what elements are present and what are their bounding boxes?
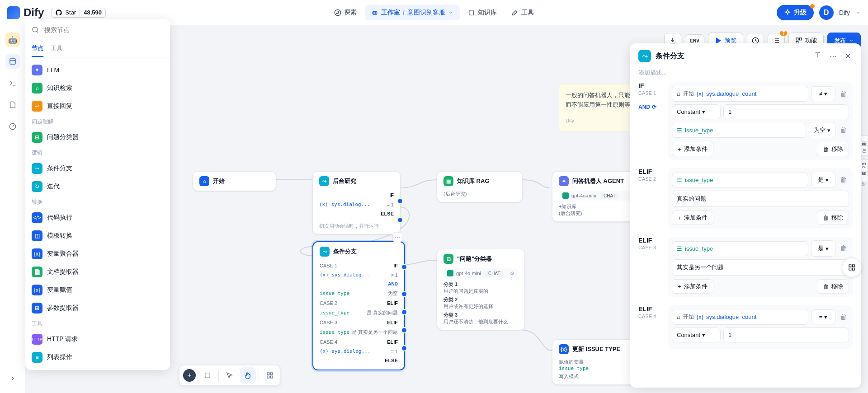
cond-var[interactable]: ⌂开始{x}sys.dialogue_count	[672, 86, 808, 102]
node-palette: 节点 工具 ✦LLM ⌕知识检索 ↩直接回复 问题理解 ⊟问题分类器 逻辑 ⤳条…	[25, 19, 170, 370]
node-aggregate[interactable]: {x}变量聚合器	[25, 245, 170, 263]
node-search-input[interactable]	[32, 23, 164, 36]
cond-var[interactable]: ☰issue_type	[672, 173, 808, 187]
svg-rect-20	[267, 376, 269, 378]
node-if[interactable]: ⤳条件分支	[25, 159, 170, 178]
delete-cond[interactable]: 🗑	[838, 313, 849, 321]
cond-value-input[interactable]: 1	[723, 104, 849, 119]
nav-knowledge[interactable]: 知识库	[462, 5, 503, 20]
organize-float-button[interactable]	[842, 257, 862, 277]
app-icon[interactable]: 🤖	[5, 33, 20, 47]
remove-case-button[interactable]: 🗑 移除	[817, 279, 849, 294]
delete-cond[interactable]: 🗑	[838, 176, 849, 184]
port[interactable]	[401, 309, 407, 315]
node-question-classifier[interactable]: ⊟"问题"分类器 gpt-4o-miniCHAT⚙ 分类 1 用户的问题是真实的…	[437, 249, 525, 330]
node-template[interactable]: ◫模板转换	[25, 227, 170, 245]
hand-tool[interactable]	[240, 367, 256, 384]
node-knowledge[interactable]: ⌕知识检索	[25, 79, 170, 97]
breadcrumb-app[interactable]: 意图识别客服	[407, 9, 445, 17]
assign-icon: {x}	[559, 344, 569, 354]
node-knowledge-rag[interactable]: ▤知识库 RAG (后台研究)	[437, 171, 523, 202]
add-condition-button[interactable]: + 添加条件	[672, 279, 713, 294]
cond-op[interactable]: 为空 ▾	[809, 122, 835, 138]
add-condition-button[interactable]: + 添加条件	[672, 142, 713, 156]
node-assign[interactable]: {x}变量赋值	[25, 281, 170, 299]
delete-cond[interactable]: 🗑	[838, 244, 849, 253]
chevron-down-icon	[849, 38, 854, 43]
and-toggle[interactable]: AND ⟳	[638, 104, 663, 110]
nav-studio[interactable]: 工作室 / 意图识别客服	[365, 5, 460, 20]
pointer-tool[interactable]	[222, 367, 238, 384]
node-research[interactable]: ⤳后台研究 IF (x) sys.dialog...= 1 ELSE 初次启动会…	[312, 171, 401, 234]
gear-icon[interactable]: ⚙	[510, 271, 514, 276]
node-classifier[interactable]: ⊟问题分类器	[25, 128, 170, 146]
upgrade-button[interactable]: 升级	[777, 5, 814, 20]
cond-var[interactable]: ☰issue_type	[672, 241, 808, 256]
description-input[interactable]: 添加描述...	[630, 69, 861, 82]
nav-tools[interactable]: 工具	[505, 5, 540, 20]
remove-case-button[interactable]: 🗑 移除	[817, 211, 849, 225]
node-http[interactable]: HTTPHTTP 请求	[25, 330, 170, 348]
cond-var[interactable]: ⌂开始{x}sys.dialogue_count	[672, 309, 808, 325]
more-button[interactable]: ⋯	[828, 50, 839, 62]
cond-value-input[interactable]: 1	[723, 328, 849, 342]
user-name[interactable]: Dify	[839, 9, 850, 16]
cond-op[interactable]: = ▾	[811, 309, 835, 324]
port[interactable]	[397, 217, 403, 223]
node-condition-branch[interactable]: ⋯ ⤳条件分支 CASE 1IF (x) sys.dialog...≠ 1 AN…	[312, 241, 405, 370]
port[interactable]	[397, 198, 403, 204]
port[interactable]	[401, 327, 407, 333]
node-start[interactable]: ⌂开始	[193, 171, 276, 191]
node-param[interactable]: ⊞参数提取器	[25, 299, 170, 317]
checklist-badge: 7	[780, 31, 787, 36]
cond-value-type[interactable]: Constant ▾	[672, 104, 721, 119]
delete-cond[interactable]: 🗑	[838, 90, 849, 98]
note-tool[interactable]	[199, 367, 216, 384]
node-reply[interactable]: ↩直接回复	[25, 97, 170, 115]
aggregate-icon: {x}	[32, 248, 42, 259]
node-llm[interactable]: ✦LLM	[25, 61, 170, 79]
nav-explore[interactable]: 探索	[328, 5, 363, 20]
avatar[interactable]: D	[819, 5, 834, 20]
layout-tool[interactable]	[262, 367, 278, 384]
cond-value-input[interactable]: 其实是另一个问题	[672, 259, 849, 276]
logo[interactable]: Dify	[7, 6, 44, 19]
cond-op[interactable]: 是 ▾	[811, 240, 835, 257]
sidebar-monitor[interactable]	[5, 119, 20, 134]
node-code[interactable]: </>代码执行	[25, 209, 170, 227]
port[interactable]	[401, 264, 407, 270]
organize-icon	[266, 372, 274, 379]
add-condition-button[interactable]: + 添加条件	[672, 211, 713, 225]
cond-var[interactable]: ☰issue_type	[672, 123, 806, 138]
delete-cond[interactable]: 🗑	[838, 126, 849, 134]
node-list[interactable]: ≡列表操作	[25, 348, 170, 366]
port[interactable]	[401, 345, 407, 351]
port[interactable]	[401, 291, 407, 297]
sidebar-workflow[interactable]	[5, 54, 20, 69]
palette-list: ✦LLM ⌕知识检索 ↩直接回复 问题理解 ⊟问题分类器 逻辑 ⤳条件分支 ↻迭…	[25, 57, 170, 370]
node-update-issue[interactable]: {x}更新 ISSUE TYPE 赋值的变量 issue_type 写入模式	[552, 339, 642, 385]
cond-op[interactable]: 是 ▾	[811, 172, 835, 188]
chevron-down-icon[interactable]	[855, 10, 861, 15]
node-extract-doc[interactable]: 📄文档提取器	[25, 263, 170, 281]
sidebar-logs[interactable]	[5, 98, 20, 112]
case-1: IF CASE 1 AND ⟳ ⌂开始{x}sys.dialogue_count…	[638, 82, 853, 160]
cond-op[interactable]: ≠ ▾	[811, 86, 835, 101]
add-node-button[interactable]: +	[183, 369, 196, 382]
node-menu-button[interactable]: ⋯	[392, 232, 402, 242]
http-icon: HTTP	[32, 334, 42, 345]
sidebar-collapse[interactable]	[5, 371, 20, 386]
remove-case-button[interactable]: 🗑 移除	[817, 142, 849, 156]
cond-value-input[interactable]: 真实的问题	[672, 191, 849, 207]
llm-icon: ✦	[32, 65, 42, 75]
cond-value-type[interactable]: Constant ▾	[672, 328, 721, 342]
close-button[interactable]: ✕	[843, 50, 853, 62]
svg-rect-21	[270, 376, 273, 378]
tab-tools[interactable]: 工具	[51, 41, 62, 57]
tab-nodes[interactable]: 节点	[32, 41, 43, 57]
sidebar-debug[interactable]	[5, 76, 20, 90]
github-star-badge[interactable]: Star 48,590	[51, 8, 106, 18]
node-iterate[interactable]: ↻迭代	[25, 178, 170, 196]
code-icon: </>	[32, 212, 42, 223]
docs-button[interactable]	[812, 50, 823, 62]
